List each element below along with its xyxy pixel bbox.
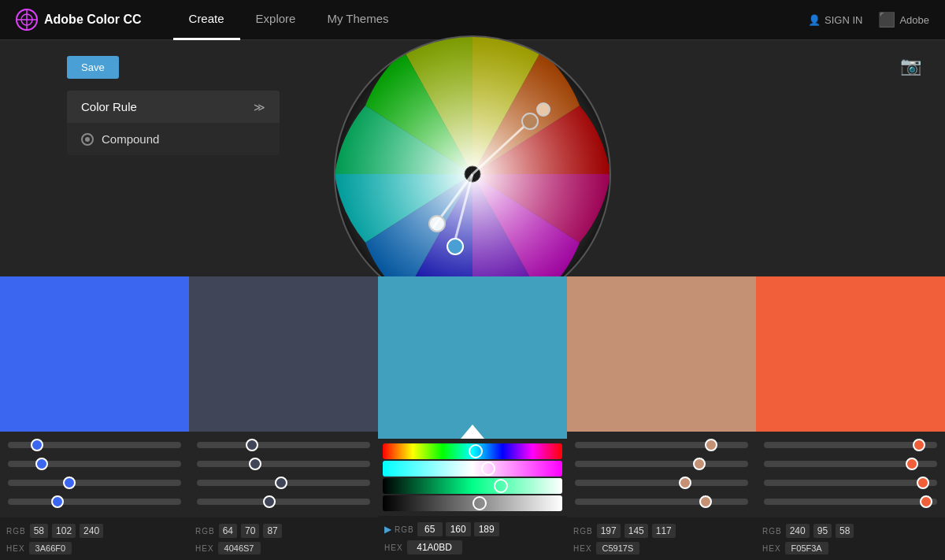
adobe-logo[interactable]: ⬛ Adobe bbox=[878, 11, 929, 28]
slider-thumb[interactable] bbox=[275, 477, 287, 489]
slider-thumb[interactable] bbox=[920, 495, 932, 508]
color-rule-header[interactable]: Color Rule ≫ bbox=[67, 91, 280, 123]
swatch-2[interactable] bbox=[189, 276, 378, 432]
slider-thumb[interactable] bbox=[906, 458, 918, 470]
hue-thumb-4[interactable] bbox=[472, 496, 487, 510]
slider-row-4c bbox=[575, 476, 748, 490]
slider-thumb[interactable] bbox=[51, 495, 64, 508]
slider-row-1c bbox=[8, 476, 181, 490]
hue-strip-2[interactable] bbox=[383, 461, 562, 477]
slider-track[interactable] bbox=[197, 461, 370, 467]
r-input-3[interactable] bbox=[417, 522, 443, 536]
header-right: 👤 SIGN IN ⬛ Adobe bbox=[808, 11, 929, 28]
slider-track[interactable] bbox=[764, 442, 937, 448]
slider-thumb[interactable] bbox=[679, 477, 691, 489]
hex-val-2: 4046S7 bbox=[218, 542, 261, 554]
sliders-2 bbox=[189, 432, 378, 517]
hex-label-5: HEX bbox=[762, 544, 781, 553]
g-input-3[interactable] bbox=[446, 522, 471, 536]
hex-input-3[interactable] bbox=[407, 540, 462, 554]
nav-create[interactable]: Create bbox=[173, 0, 240, 40]
slider-track[interactable] bbox=[575, 480, 748, 486]
slider-track[interactable] bbox=[8, 442, 181, 448]
slider-thumb[interactable] bbox=[31, 439, 43, 451]
sign-in-button[interactable]: 👤 SIGN IN bbox=[808, 14, 862, 26]
radio-button bbox=[81, 133, 94, 146]
slider-thumb[interactable] bbox=[699, 495, 712, 508]
app-title: Adobe Color CC bbox=[44, 13, 142, 27]
slider-thumb[interactable] bbox=[693, 458, 706, 470]
hue-thumb-2[interactable] bbox=[481, 462, 495, 476]
r-val-1: 58 bbox=[30, 524, 48, 538]
r-val-2: 64 bbox=[219, 524, 237, 538]
swatch-5[interactable] bbox=[756, 276, 945, 432]
svg-point-11 bbox=[537, 103, 550, 116]
slider-track[interactable] bbox=[575, 442, 748, 448]
slider-thumb[interactable] bbox=[249, 458, 261, 470]
sliders-5 bbox=[756, 432, 945, 517]
save-button[interactable]: Save bbox=[67, 56, 119, 79]
hue-strip-1[interactable] bbox=[383, 443, 562, 459]
slider-row-4b bbox=[575, 457, 748, 471]
color-column-2: RGB 64 70 87 HEX 4046S7 bbox=[189, 276, 378, 560]
slider-track[interactable] bbox=[764, 499, 937, 505]
slider-track[interactable] bbox=[197, 480, 370, 486]
hex-val-4: C5917S bbox=[596, 542, 640, 554]
b-val-4: 117 bbox=[652, 524, 676, 538]
r-val-5: 240 bbox=[786, 524, 810, 538]
swatches-area: RGB 58 102 240 HEX 3A66F0 bbox=[0, 276, 945, 560]
g-val-5: 95 bbox=[813, 524, 832, 538]
nav-explore[interactable]: Explore bbox=[240, 0, 312, 40]
color-column-1: RGB 58 102 240 HEX 3A66F0 bbox=[0, 276, 189, 560]
slider-track[interactable] bbox=[575, 499, 748, 505]
camera-button[interactable]: 📷 bbox=[900, 56, 921, 76]
slider-track[interactable] bbox=[8, 480, 181, 486]
color-rule-panel: Color Rule ≫ Compound bbox=[67, 91, 280, 155]
slider-row-4d bbox=[575, 495, 748, 509]
color-wheel-container[interactable] bbox=[331, 32, 614, 316]
color-wheel[interactable] bbox=[331, 32, 614, 316]
rgb-label-2: RGB bbox=[195, 527, 215, 536]
values-bottom-4: RGB 197 145 117 HEX C5917S bbox=[567, 517, 756, 560]
svg-point-10 bbox=[522, 113, 538, 129]
slider-thumb[interactable] bbox=[35, 458, 48, 470]
swatch-1[interactable] bbox=[0, 276, 189, 432]
left-panel: Save Color Rule ≫ Compound bbox=[67, 56, 280, 155]
slider-thumb[interactable] bbox=[246, 439, 258, 451]
slider-row-2c bbox=[197, 476, 370, 490]
hex-label-4: HEX bbox=[573, 544, 592, 553]
hex-label-3: HEX bbox=[384, 543, 403, 552]
slider-track[interactable] bbox=[764, 461, 937, 467]
rgb-label-5: RGB bbox=[762, 527, 782, 536]
hue-thumb-3[interactable] bbox=[494, 479, 508, 493]
hue-strip-4[interactable] bbox=[383, 495, 562, 511]
slider-track[interactable] bbox=[575, 461, 748, 467]
b-val-1: 240 bbox=[80, 524, 103, 538]
slider-track[interactable] bbox=[8, 461, 181, 467]
b-input-3[interactable] bbox=[474, 522, 499, 536]
slider-thumb[interactable] bbox=[917, 477, 929, 489]
r-val-4: 197 bbox=[597, 524, 621, 538]
slider-track[interactable] bbox=[197, 442, 370, 448]
hue-strip-3[interactable] bbox=[383, 478, 562, 494]
values-bottom-2: RGB 64 70 87 HEX 4046S7 bbox=[189, 517, 378, 560]
slider-thumb[interactable] bbox=[705, 439, 717, 451]
slider-track[interactable] bbox=[764, 480, 937, 486]
active-marker bbox=[461, 425, 484, 439]
swatch-4[interactable] bbox=[567, 276, 756, 432]
slider-track[interactable] bbox=[197, 499, 370, 505]
color-rule-label: Color Rule bbox=[81, 100, 137, 113]
slider-thumb[interactable] bbox=[263, 495, 276, 508]
color-rule-item[interactable]: Compound bbox=[67, 123, 280, 155]
hex-val-1: 3A66F0 bbox=[29, 542, 72, 554]
swatch-3[interactable] bbox=[378, 276, 567, 439]
sliders-3 bbox=[378, 439, 567, 516]
slider-thumb[interactable] bbox=[913, 439, 925, 451]
hue-thumb-1[interactable] bbox=[469, 444, 483, 458]
slider-track[interactable] bbox=[8, 499, 181, 505]
adobe-icon: ⬛ bbox=[878, 11, 895, 28]
slider-thumb[interactable] bbox=[63, 477, 76, 489]
rgb-label-1: RGB bbox=[6, 527, 26, 536]
adobe-label: Adobe bbox=[899, 14, 929, 26]
adobe-color-icon bbox=[16, 9, 38, 31]
